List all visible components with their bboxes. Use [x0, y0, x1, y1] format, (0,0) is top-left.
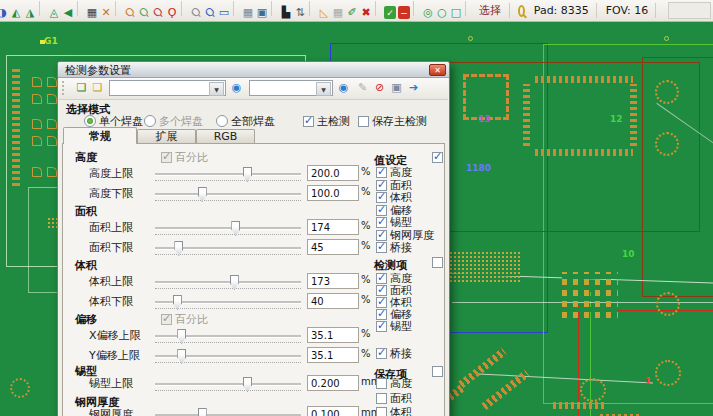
pcb-decoration — [32, 167, 42, 177]
tab-RGB[interactable]: RGB — [196, 129, 255, 143]
value-input[interactable] — [307, 165, 359, 181]
pcb-decoration — [580, 378, 606, 402]
checkbox-icon[interactable] — [376, 348, 387, 359]
section-checkbox[interactable] — [432, 366, 443, 377]
value-input[interactable] — [307, 406, 359, 416]
select-rect-icon[interactable]: ▭ — [218, 5, 230, 20]
group-title-高度: 高度 — [75, 150, 97, 165]
slider-track[interactable] — [155, 281, 301, 284]
select-button[interactable]: 选择 — [479, 3, 501, 18]
checkbox-icon[interactable] — [376, 180, 387, 191]
item-checkbox-面积[interactable]: 面积 — [376, 391, 412, 406]
pcb-ref-label: 1180 — [466, 163, 491, 173]
template-combo-2[interactable] — [249, 80, 333, 96]
radio-多个焊盘[interactable]: 多个焊盘 — [144, 114, 203, 129]
radio-icon[interactable] — [216, 115, 228, 127]
checkbox-icon[interactable] — [376, 217, 387, 228]
marker-red-icon[interactable]: Ϙ — [166, 5, 178, 20]
value-input[interactable] — [307, 219, 359, 235]
square-icon[interactable]: □ — [450, 5, 462, 20]
value-input[interactable] — [307, 293, 359, 309]
checkbox-icon[interactable] — [376, 192, 387, 203]
template-combo-1[interactable] — [109, 80, 226, 96]
checkbox-icon[interactable] — [376, 321, 387, 332]
section-checkbox[interactable] — [432, 152, 443, 163]
circle-icon[interactable]: ○ — [436, 5, 448, 20]
item-checkbox-高度[interactable]: 高度 — [376, 376, 412, 391]
checkbox-icon[interactable] — [376, 407, 387, 416]
checkbox-icon[interactable] — [376, 230, 387, 241]
apply-left-icon[interactable]: ◉ — [229, 80, 244, 96]
pin-red-icon[interactable]: Ϙ — [148, 3, 167, 22]
grid-icon[interactable]: ▦ — [332, 5, 344, 20]
tools-icon[interactable]: ✕ — [100, 5, 112, 20]
slider-track[interactable] — [155, 227, 301, 230]
tab-扩展[interactable]: 扩展 — [137, 129, 196, 143]
slider-thumb[interactable] — [198, 408, 207, 416]
block-icon[interactable]: ⊘ — [372, 80, 387, 96]
sort-az-icon[interactable]: ⇅ — [294, 5, 306, 20]
checkbox-icon[interactable] — [376, 167, 387, 178]
cone-icon[interactable]: ◀ — [62, 5, 74, 20]
value-input[interactable] — [307, 273, 359, 289]
pcb-decoration — [535, 149, 633, 156]
checkbox-icon[interactable] — [376, 378, 387, 389]
checkbox-icon[interactable] — [303, 116, 314, 127]
checkbox-icon[interactable] — [358, 116, 369, 127]
align-icon[interactable]: ◬ — [48, 5, 60, 20]
item-checkbox-桥接[interactable]: 桥接 — [376, 346, 412, 361]
value-input[interactable] — [307, 375, 359, 391]
value-input[interactable] — [307, 185, 359, 201]
radio-全部焊盘[interactable]: 全部焊盘 — [216, 114, 275, 129]
radio-icon[interactable] — [84, 115, 96, 127]
save-as-icon[interactable]: ❏ — [90, 80, 105, 96]
apply-green-icon[interactable]: ✓ — [384, 6, 396, 19]
item-checkbox-锡型[interactable]: 锡型 — [376, 319, 412, 334]
close-icon[interactable]: ✕ — [429, 64, 446, 76]
save-icon[interactable]: ▣ — [389, 80, 404, 96]
history-icon[interactable]: ◑ — [0, 5, 8, 20]
slider-track[interactable] — [155, 355, 301, 358]
section-checkbox[interactable] — [432, 257, 443, 268]
target-icon[interactable]: ◎ — [422, 5, 434, 20]
dialog-titlebar[interactable]: 检测参数设置 ✕ — [58, 62, 449, 78]
tiles-icon[interactable]: ▙ — [280, 5, 292, 20]
value-input[interactable] — [307, 239, 359, 255]
zoom-icon[interactable] — [518, 5, 525, 17]
item-checkbox-桥接[interactable]: 桥接 — [376, 240, 412, 255]
toolbar-separator — [309, 1, 315, 16]
value-input[interactable] — [307, 347, 359, 363]
slider-label: 面积上限 — [89, 220, 133, 235]
checkbox-icon[interactable] — [376, 242, 387, 253]
percent-checkbox[interactable]: 百分比 — [161, 312, 208, 327]
slider-track[interactable] — [155, 173, 301, 176]
edit-icon[interactable]: ✎ — [355, 80, 370, 96]
exit-icon[interactable]: ➔ — [406, 80, 421, 96]
checkbox-icon[interactable] — [376, 205, 387, 216]
chart-edit-icon[interactable]: ✐ — [346, 5, 358, 20]
flip-horizontal-icon[interactable]: ◭ — [10, 5, 22, 20]
table-icon[interactable]: ▦ — [242, 5, 254, 20]
item-checkbox-体积[interactable]: 体积 — [376, 405, 412, 416]
flip-vertical-icon[interactable]: ◮ — [24, 5, 36, 20]
pin-blue-icon[interactable]: Ϙ — [200, 3, 219, 22]
open-file-icon[interactable]: ❏ — [74, 80, 89, 96]
value-input[interactable] — [307, 327, 359, 343]
slider-track[interactable] — [155, 335, 301, 338]
checkbox-icon[interactable] — [376, 393, 387, 404]
slider-track[interactable] — [155, 193, 301, 196]
checkbox-保存主检测[interactable]: 保存主检测 — [358, 114, 427, 129]
camera-icon[interactable]: ▣ — [256, 5, 268, 20]
apply-right-icon[interactable]: ◉ — [336, 80, 351, 96]
delete-icon[interactable]: ✖ — [360, 5, 372, 20]
tab-常规[interactable]: 常规 — [63, 127, 137, 144]
slider-track[interactable] — [155, 383, 301, 386]
toolbar-separator — [413, 1, 419, 16]
remove-red-icon[interactable]: − — [398, 6, 410, 19]
ruler-icon[interactable]: ◺ — [318, 5, 330, 20]
radio-icon[interactable] — [144, 115, 156, 127]
checkbox-主检测[interactable]: 主检测 — [303, 114, 350, 129]
snapshot-icon[interactable]: ▦ — [86, 5, 98, 20]
percent-checkbox[interactable]: 百分比 — [161, 150, 208, 165]
pcb-decoration — [47, 136, 57, 146]
